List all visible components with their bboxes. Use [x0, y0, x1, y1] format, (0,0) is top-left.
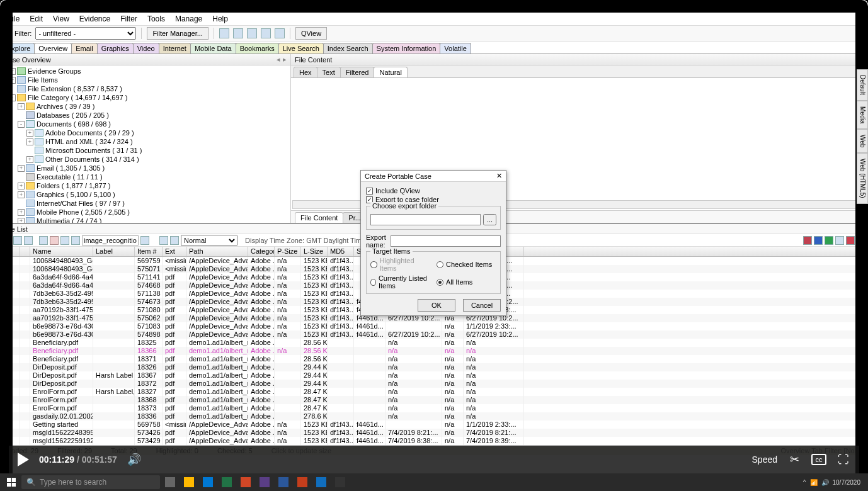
dialog-cancel-button[interactable]: Cancel — [463, 299, 501, 312]
fl-tool-r5[interactable] — [846, 236, 855, 245]
fl-icon-5[interactable] — [50, 236, 59, 245]
tree-toggle-icon[interactable]: + — [18, 209, 25, 216]
export-folder-input[interactable] — [370, 214, 481, 225]
close-button[interactable]: ✕ — [845, 1, 864, 12]
task-view-icon[interactable] — [161, 475, 179, 490]
tree-toggle-icon[interactable]: - — [18, 121, 25, 128]
side-tab-default[interactable]: Default — [857, 69, 868, 101]
menu-view[interactable]: View — [48, 13, 74, 25]
tree-node[interactable]: +Email ( 1,305 / 1,305 ) — [1, 164, 289, 172]
export-name-input[interactable] — [391, 235, 501, 247]
subtab-hex[interactable]: Hex — [294, 67, 317, 77]
taskbar-search[interactable]: 🔍Type here to search — [21, 475, 160, 489]
col-name[interactable]: Name — [30, 247, 93, 256]
tab-internet[interactable]: Internet — [159, 43, 191, 54]
fl-tool-r4[interactable] — [835, 236, 844, 245]
pane-nav-left-icon[interactable]: ◂ — [277, 55, 280, 64]
tab-explore[interactable]: Explore — [3, 43, 35, 54]
tree-node[interactable]: +Adobe Documents ( 29 / 29 ) — [1, 128, 289, 137]
row-checkbox[interactable] — [3, 380, 9, 387]
tree-node[interactable]: +Multimedia ( 74 / 74 ) — [1, 217, 289, 223]
radio-highlighted[interactable] — [370, 261, 377, 268]
row-checkbox[interactable] — [3, 421, 9, 428]
toolbar-icon-1[interactable] — [219, 28, 229, 38]
include-qview-checkbox[interactable]: ✓ — [366, 188, 373, 195]
row-checkbox[interactable] — [3, 339, 9, 346]
tray-up-icon[interactable]: ^ — [803, 479, 806, 486]
fl-icon-6[interactable] — [60, 236, 69, 245]
menu-help[interactable]: Help — [207, 13, 233, 25]
image-recognition-input[interactable] — [82, 235, 139, 246]
fl-tool-r3[interactable] — [825, 236, 833, 245]
row-checkbox[interactable] — [3, 266, 9, 273]
case-tree[interactable]: +Evidence Groups+File ItemsFile Extensio… — [0, 65, 290, 223]
col-l-size[interactable]: L-Size — [301, 247, 328, 256]
tree-node[interactable]: -Documents ( 698 / 698 ) — [1, 120, 289, 128]
table-row[interactable]: Beneficiary.pdf18366pdfdemo1.ad1/albert_… — [0, 347, 868, 355]
tab-mobile-data[interactable]: Mobile Data — [190, 43, 236, 54]
start-button[interactable] — [3, 475, 20, 490]
fl-icon-3[interactable] — [24, 236, 33, 245]
taskbar-app-1[interactable] — [180, 475, 198, 490]
menu-edit[interactable]: Edit — [25, 13, 48, 25]
menu-file[interactable]: File — [3, 13, 25, 25]
tree-node[interactable]: File Extension ( 8,537 / 8,537 ) — [1, 84, 289, 93]
col-md5[interactable]: MD5 — [328, 247, 354, 256]
table-row[interactable]: DirDeposit.pdf18326pdfdemo1.ad1/albert_m… — [0, 363, 868, 371]
tab-live-search[interactable]: Live Search — [278, 43, 324, 54]
table-row[interactable]: EnrolForm.pdf18368pdfdemo1.ad1/albert_me… — [0, 396, 868, 404]
fl-icon-1[interactable] — [3, 236, 11, 245]
taskbar-app-6[interactable] — [275, 475, 292, 490]
side-tab-web-html5-[interactable]: Web (HTML5) — [857, 153, 868, 204]
row-checkbox[interactable] — [3, 437, 9, 444]
col-category[interactable]: Category — [248, 247, 275, 256]
table-row[interactable]: Getting started569758<missin.../AppleDev… — [0, 420, 868, 429]
tree-toggle-icon[interactable]: + — [26, 138, 33, 145]
tab-index-search[interactable]: Index Search — [323, 43, 373, 54]
tree-node[interactable]: +Folders ( 1,877 / 1,877 ) — [1, 181, 289, 190]
menu-tools[interactable]: Tools — [142, 13, 170, 25]
row-checkbox[interactable] — [3, 323, 9, 330]
fl-icon-9[interactable] — [159, 236, 168, 245]
tree-toggle-icon[interactable]: + — [26, 130, 33, 137]
subtab-filtered[interactable]: Filtered — [340, 67, 375, 77]
row-checkbox[interactable] — [3, 274, 9, 281]
dialog-close-icon[interactable]: ✕ — [496, 172, 502, 180]
row-checkbox[interactable] — [3, 429, 9, 436]
table-row[interactable]: b6e98873-e76d-430d-8...574898pdf/AppleDe… — [0, 330, 868, 339]
radio-listed[interactable] — [370, 279, 376, 286]
row-checkbox[interactable] — [3, 282, 9, 289]
maximize-button[interactable]: □ — [826, 1, 845, 12]
filter-select[interactable]: - unfiltered - — [35, 27, 136, 40]
row-checkbox[interactable] — [3, 372, 9, 379]
play-button[interactable] — [18, 453, 29, 466]
table-row[interactable]: DirDeposit.pdfHarsh Label18367pdfdemo1.a… — [0, 371, 868, 380]
filter-manager-button[interactable]: Filter Manager... — [147, 27, 208, 40]
tree-node[interactable]: +Archives ( 39 / 39 ) — [1, 102, 289, 111]
radio-checked[interactable] — [437, 261, 443, 268]
taskbar-app-3[interactable] — [218, 475, 236, 490]
fl-icon-2[interactable] — [13, 236, 22, 245]
table-row[interactable]: ✓Beneficiary.pdf18371pdfdemo1.ad1/albert… — [0, 355, 868, 363]
table-row[interactable]: EnrolForm.pdf18373pdfdemo1.ad1/albert_me… — [0, 404, 868, 412]
qview-button[interactable]: QView — [295, 27, 327, 40]
tab-overview[interactable]: Overview — [34, 43, 72, 54]
subtab-natural[interactable]: Natural — [374, 67, 407, 77]
row-checkbox[interactable] — [3, 290, 9, 297]
tray-volume-icon[interactable]: 🔊 — [821, 479, 829, 486]
col-ext[interactable]: Ext — [163, 247, 186, 256]
browse-button[interactable]: ... — [483, 214, 496, 225]
tree-toggle-icon[interactable]: + — [18, 165, 25, 172]
dialog-ok-button[interactable]: OK — [418, 299, 455, 312]
tree-node[interactable]: +Other Documents ( 314 / 314 ) — [1, 155, 289, 164]
fl-icon-4[interactable] — [39, 236, 48, 245]
tree-toggle-icon[interactable]: + — [9, 68, 16, 75]
tree-toggle-icon[interactable]: + — [18, 183, 25, 189]
tree-toggle-icon[interactable]: + — [18, 218, 25, 223]
tree-toggle-icon[interactable]: + — [26, 156, 33, 163]
tab-graphics[interactable]: Graphics — [97, 43, 134, 54]
row-checkbox[interactable] — [3, 388, 9, 395]
tree-node[interactable]: +Mobile Phone ( 2,505 / 2,505 ) — [1, 208, 289, 217]
side-tab-web[interactable]: Web — [857, 129, 868, 153]
row-checkbox[interactable] — [3, 364, 9, 371]
